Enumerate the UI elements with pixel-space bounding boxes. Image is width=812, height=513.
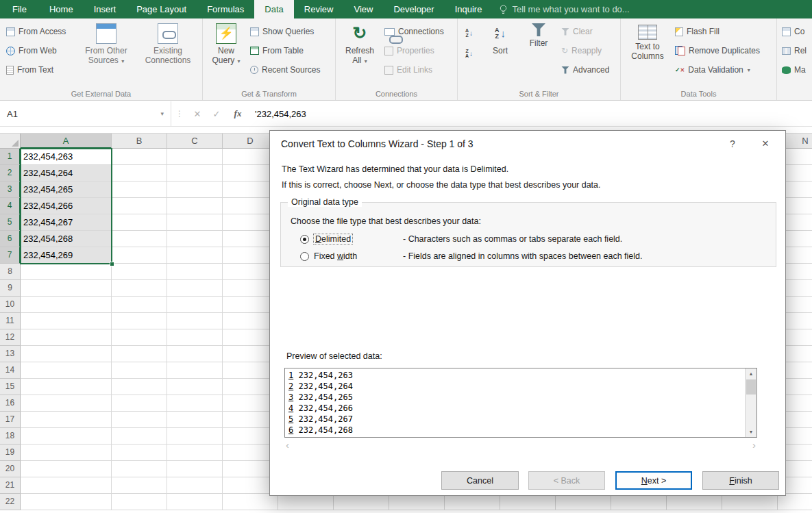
cell-a15[interactable] — [21, 379, 112, 395]
existing-connections-button[interactable]: ExistingConnections — [138, 20, 197, 84]
cell-a16[interactable] — [21, 395, 112, 412]
scroll-right-icon[interactable]: › — [752, 439, 756, 451]
fixed-width-radio[interactable] — [300, 252, 309, 261]
from-access-button[interactable]: From Access — [4, 24, 68, 39]
tab-view[interactable]: View — [343, 0, 383, 18]
tell-me-box[interactable]: Tell me what you want to do... — [492, 0, 636, 18]
cell-a10[interactable] — [21, 297, 112, 313]
cell-b6[interactable] — [112, 231, 167, 247]
consolidate-button[interactable]: Co — [780, 24, 807, 39]
preview-box[interactable]: 1 232,454,2632 232,454,2643 232,454,2654… — [284, 368, 757, 438]
select-all-corner[interactable] — [0, 134, 21, 149]
cell-c6[interactable] — [167, 231, 223, 247]
scroll-down-icon[interactable]: ▼ — [746, 427, 756, 437]
cell-a11[interactable] — [21, 313, 112, 329]
cell-c17[interactable] — [167, 412, 223, 428]
dialog-close-button[interactable]: ✕ — [754, 131, 777, 157]
tab-inquire[interactable]: Inquire — [445, 0, 493, 18]
row-header-19[interactable]: 19 — [0, 445, 21, 461]
data-validation-button[interactable]: ✓✕ Data Validation ▾ — [673, 62, 752, 77]
from-table-button[interactable]: From Table — [248, 43, 306, 58]
scroll-up-icon[interactable]: ▲ — [746, 368, 756, 379]
filter-button[interactable]: Filter — [521, 20, 556, 84]
cell-c12[interactable] — [167, 329, 223, 346]
cell-c9[interactable] — [167, 280, 223, 297]
edit-links-button[interactable]: Edit Links — [382, 62, 434, 77]
delimited-label[interactable]: Delimited — [314, 234, 352, 244]
cell-c18[interactable] — [167, 428, 223, 445]
row-header-9[interactable]: 9 — [0, 280, 21, 297]
column-header-b[interactable]: B — [112, 134, 167, 149]
row-header-17[interactable]: 17 — [0, 412, 21, 428]
cancel-entry-icon[interactable]: ✕ — [188, 109, 207, 119]
cell-c15[interactable] — [167, 379, 223, 395]
clear-filter-button[interactable]: Clear — [559, 24, 595, 39]
from-text-button[interactable]: From Text — [4, 62, 56, 77]
relationships-button[interactable]: Rel — [780, 43, 809, 58]
row-header-5[interactable]: 5 — [0, 214, 21, 231]
sort-descending-button[interactable]: ZA↓ — [463, 46, 475, 61]
cell-b9[interactable] — [112, 280, 167, 297]
row-header-20[interactable]: 20 — [0, 461, 21, 477]
cell-b19[interactable] — [112, 445, 167, 461]
cell-a14[interactable] — [21, 362, 112, 379]
preview-horizontal-scrollbar[interactable]: ‹ › — [284, 440, 757, 451]
cell-a6[interactable]: 232,454,268 — [21, 231, 112, 247]
row-header-8[interactable]: 8 — [0, 264, 21, 280]
preview-vertical-scrollbar[interactable]: ▲ ▼ — [745, 368, 756, 437]
cell-c13[interactable] — [167, 346, 223, 362]
formula-input[interactable]: '232,454,263 — [249, 109, 812, 119]
confirm-entry-icon[interactable]: ✓ — [207, 109, 226, 119]
from-web-button[interactable]: From Web — [4, 43, 59, 58]
row-header-16[interactable]: 16 — [0, 395, 21, 412]
row-header-3[interactable]: 3 — [0, 182, 21, 198]
tab-home[interactable]: Home — [39, 0, 84, 18]
scroll-left-icon[interactable]: ‹ — [286, 439, 289, 451]
tab-data[interactable]: Data — [254, 0, 293, 18]
cell-c19[interactable] — [167, 445, 223, 461]
cell-g22[interactable] — [389, 494, 445, 510]
cell-b3[interactable] — [112, 182, 167, 198]
cell-e22[interactable] — [278, 494, 334, 510]
cell-c20[interactable] — [167, 461, 223, 477]
properties-button[interactable]: Properties — [382, 43, 436, 58]
finish-button[interactable]: Finish — [702, 471, 779, 490]
cell-m22[interactable] — [722, 494, 778, 510]
text-to-columns-button[interactable]: Text toColumns — [626, 20, 669, 84]
row-header-6[interactable]: 6 — [0, 231, 21, 247]
recent-sources-button[interactable]: Recent Sources — [248, 62, 322, 77]
flash-fill-button[interactable]: Flash Fill — [673, 24, 722, 39]
cell-c1[interactable] — [167, 149, 223, 165]
cell-c21[interactable] — [167, 477, 223, 494]
cell-b15[interactable] — [112, 379, 167, 395]
name-box[interactable]: A1 ▾ — [0, 101, 171, 126]
cell-b17[interactable] — [112, 412, 167, 428]
tab-page-layout[interactable]: Page Layout — [126, 0, 197, 18]
cell-a21[interactable] — [21, 477, 112, 494]
row-header-10[interactable]: 10 — [0, 297, 21, 313]
remove-duplicates-button[interactable]: Remove Duplicates — [673, 43, 762, 58]
cell-b22[interactable] — [112, 494, 167, 510]
cell-c14[interactable] — [167, 362, 223, 379]
cell-a18[interactable] — [21, 428, 112, 445]
tab-insert[interactable]: Insert — [84, 0, 127, 18]
cell-b20[interactable] — [112, 461, 167, 477]
cell-c3[interactable] — [167, 182, 223, 198]
row-header-2[interactable]: 2 — [0, 165, 21, 182]
delimited-radio[interactable] — [300, 235, 309, 244]
cell-b1[interactable] — [112, 149, 167, 165]
cell-a1[interactable]: 232,454,263 — [21, 149, 112, 165]
cell-c4[interactable] — [167, 198, 223, 214]
cell-a19[interactable] — [21, 445, 112, 461]
sort-button[interactable]: AZ↓ Sort — [484, 20, 517, 84]
cell-b16[interactable] — [112, 395, 167, 412]
cell-a7[interactable]: 232,454,269 — [21, 247, 112, 264]
tab-formulas[interactable]: Formulas — [197, 0, 254, 18]
cell-b2[interactable] — [112, 165, 167, 182]
next-button[interactable]: Next > — [615, 471, 692, 490]
cell-b11[interactable] — [112, 313, 167, 329]
dialog-help-button[interactable]: ? — [721, 131, 744, 157]
cell-l22[interactable] — [667, 494, 722, 510]
cell-b12[interactable] — [112, 329, 167, 346]
cell-a2[interactable]: 232,454,264 — [21, 165, 112, 182]
